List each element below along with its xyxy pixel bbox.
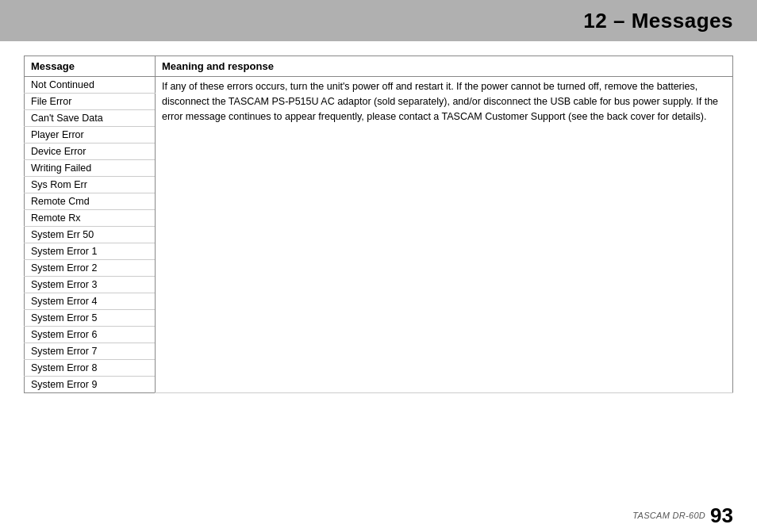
message-cell: Device Error — [25, 144, 156, 160]
table-header-row: Message Meaning and response — [25, 56, 733, 77]
col-message-header: Message — [25, 56, 156, 77]
message-cell: Player Error — [25, 127, 156, 144]
message-cell: System Error 3 — [25, 277, 156, 293]
message-cell: Writing Failed — [25, 160, 156, 177]
message-cell: Not Continued — [25, 77, 156, 94]
page-header: 12 – Messages — [0, 0, 757, 41]
message-cell: System Error 7 — [25, 343, 156, 360]
footer-page-number: 93 — [710, 503, 733, 528]
message-cell: System Error 2 — [25, 260, 156, 277]
footer-brand: TASCAM DR-60D — [632, 511, 705, 520]
page-title: 12 – Messages — [583, 9, 733, 33]
message-cell: Remote Rx — [25, 210, 156, 227]
message-cell: System Error 1 — [25, 243, 156, 260]
table-row: Not ContinuedIf any of these errors occu… — [25, 77, 733, 94]
message-cell: System Error 5 — [25, 310, 156, 327]
message-cell: Remote Cmd — [25, 193, 156, 210]
message-cell: Can't Save Data — [25, 110, 156, 127]
message-cell: System Error 9 — [25, 377, 156, 393]
message-cell: System Error 4 — [25, 293, 156, 310]
messages-table: Message Meaning and response Not Continu… — [24, 55, 733, 393]
message-cell: Sys Rom Err — [25, 177, 156, 193]
message-cell: System Err 50 — [25, 227, 156, 243]
message-cell: System Error 6 — [25, 327, 156, 343]
meaning-cell: If any of these errors occurs, turn the … — [156, 77, 733, 393]
page-content: Message Meaning and response Not Continu… — [0, 41, 757, 408]
col-meaning-header: Meaning and response — [156, 56, 733, 77]
message-cell: System Error 8 — [25, 360, 156, 377]
message-cell: File Error — [25, 94, 156, 110]
page-footer: TASCAM DR-60D 93 — [0, 499, 757, 532]
